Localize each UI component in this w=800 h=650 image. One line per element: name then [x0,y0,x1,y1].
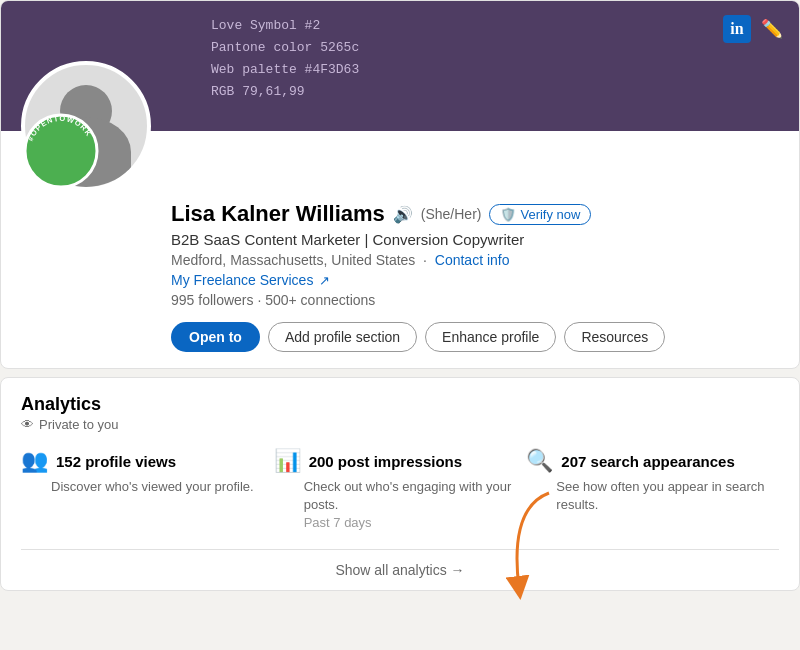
analytics-grid: 👥 152 profile views Discover who's viewe… [21,448,779,549]
post-impressions-icon: 📊 [274,448,301,474]
analytics-search-header: 🔍 207 search appearances [526,448,779,474]
cover-actions: in ✏️ [723,15,783,43]
pronouns: (She/Her) [421,206,482,222]
cover-photo: Love Symbol #2 Pantone color 5265c Web p… [1,1,799,131]
post-impressions-label[interactable]: 200 post impressions [309,453,462,470]
profile-views-label[interactable]: 152 profile views [56,453,176,470]
analytics-item-views: 👥 152 profile views Discover who's viewe… [21,448,274,549]
linkedin-icon: in [723,15,751,43]
followers-count[interactable]: 995 followers [171,292,254,308]
open-to-button[interactable]: Open to [171,322,260,352]
analytics-item-impressions: 📊 200 post impressions Check out who's e… [274,448,527,549]
eye-icon: 👁 [21,417,34,432]
analytics-item-search: 🔍 207 search appearances See how often y… [526,448,779,549]
followers-row: 995 followers · 500+ connections [171,292,779,308]
profile-headline: B2B SaaS Content Marketer | Conversion C… [171,231,779,248]
add-profile-section-button[interactable]: Add profile section [268,322,417,352]
enhance-profile-button[interactable]: Enhance profile [425,322,556,352]
verify-shield-icon: 🛡️ [500,207,516,222]
profile-name: Lisa Kalner Williams [171,201,385,227]
analytics-title: Analytics [21,394,779,415]
analytics-subtitle: 👁 Private to you [21,417,779,432]
action-buttons: Open to Add profile section Enhance prof… [171,322,779,352]
verify-now-button[interactable]: 🛡️ Verify now [489,204,591,225]
freelance-services-link[interactable]: My Freelance Services [171,272,313,288]
profile-views-desc: Discover who's viewed your profile. [21,478,274,496]
cover-color-info: Love Symbol #2 Pantone color 5265c Web p… [211,15,359,103]
speaker-icon[interactable]: 🔊 [393,205,413,224]
connections-count[interactable]: 500+ connections [265,292,375,308]
name-row: Lisa Kalner Williams 🔊 (She/Her) 🛡️ Veri… [171,201,779,227]
search-appearances-desc: See how often you appear in search resul… [526,478,779,514]
profile-card: Love Symbol #2 Pantone color 5265c Web p… [0,0,800,369]
external-link-icon: ↗ [319,273,330,288]
profile-info: Lisa Kalner Williams 🔊 (She/Her) 🛡️ Veri… [1,131,799,368]
search-appearances-label[interactable]: 207 search appearances [561,453,734,470]
analytics-card: Analytics 👁 Private to you 👥 152 profile… [0,377,800,591]
post-impressions-subtext: Past 7 days [304,515,372,530]
location-text: Medford, Massachusetts, United States [171,252,415,268]
analytics-impressions-header: 📊 200 post impressions [274,448,527,474]
post-impressions-desc: Check out who's engaging with your posts… [274,478,527,533]
resources-button[interactable]: Resources [564,322,665,352]
edit-cover-icon[interactable]: ✏️ [761,18,783,40]
profile-views-icon: 👥 [21,448,48,474]
separator: · [257,292,265,308]
search-appearances-icon: 🔍 [526,448,553,474]
analytics-wrapper: 👥 152 profile views Discover who's viewe… [21,448,779,590]
contact-info-link[interactable]: Contact info [435,252,510,268]
analytics-views-header: 👥 152 profile views [21,448,274,474]
freelance-row: My Freelance Services ↗ [171,272,779,288]
location-row: Medford, Massachusetts, United States · … [171,252,779,268]
show-all-analytics-button[interactable]: Show all analytics → [21,549,779,590]
